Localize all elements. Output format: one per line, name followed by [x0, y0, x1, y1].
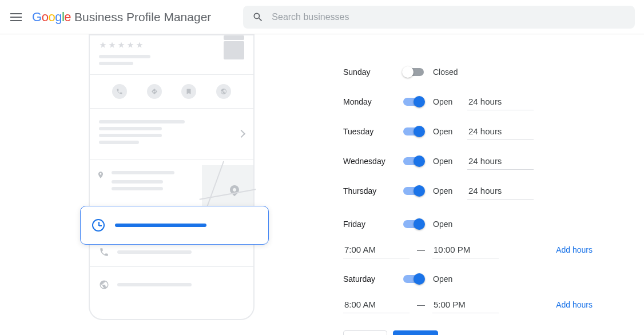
day-label: Monday	[343, 97, 403, 106]
day-row-sunday: Sunday Closed	[343, 57, 595, 87]
status-label: Open	[433, 157, 467, 166]
menu-icon[interactable]	[9, 10, 23, 24]
hours-highlight-card	[80, 206, 269, 245]
day-label: Friday	[343, 220, 403, 229]
day-label: Wednesday	[343, 157, 403, 166]
product-name: Business Profile Manager	[74, 10, 211, 24]
status-label: Open	[433, 97, 467, 106]
day-row-saturday: Saturday Open	[343, 264, 595, 294]
toggle-saturday[interactable]	[403, 275, 424, 283]
toggle-wednesday[interactable]	[403, 157, 424, 165]
illustration-column	[0, 34, 343, 335]
day-label: Sunday	[343, 67, 403, 77]
hours-value[interactable]: 24 hours	[467, 123, 534, 140]
search-icon	[252, 11, 264, 23]
time-range-friday: — Add hours	[343, 241, 595, 258]
add-hours-link[interactable]: Add hours	[556, 245, 595, 254]
day-label: Tuesday	[343, 127, 403, 136]
directions-icon	[147, 84, 162, 99]
action-icons-placeholder	[97, 81, 247, 102]
open-time-input[interactable]	[343, 296, 410, 313]
day-label: Saturday	[343, 274, 403, 284]
rating-stars-placeholder	[99, 41, 150, 49]
search-bar[interactable]	[243, 6, 635, 29]
clock-icon	[92, 219, 105, 232]
storefront-icon	[224, 41, 244, 59]
chevron-right-icon	[237, 130, 245, 138]
website-icon	[216, 84, 231, 99]
app-header: Google Business Profile Manager	[0, 0, 644, 34]
add-hours-link[interactable]: Add hours	[556, 300, 595, 309]
phone-mockup	[89, 34, 255, 320]
hours-value[interactable]: 24 hours	[467, 153, 534, 170]
globe-icon	[99, 280, 109, 290]
close-time-input[interactable]	[432, 296, 499, 313]
hours-value[interactable]: 24 hours	[467, 93, 534, 110]
toggle-friday[interactable]	[403, 220, 424, 228]
close-time-input[interactable]	[432, 241, 499, 258]
skip-button[interactable]: Skip	[343, 330, 387, 335]
search-input[interactable]	[272, 12, 626, 22]
next-button[interactable]: Next	[393, 330, 438, 335]
time-range-saturday: — Add hours	[343, 296, 595, 313]
map-thumbnail	[202, 165, 253, 211]
day-row-tuesday: Tuesday Open 24 hours	[343, 117, 595, 146]
status-label: Open	[433, 274, 467, 284]
location-pin-icon	[97, 171, 105, 179]
day-row-monday: Monday Open 24 hours	[343, 87, 595, 117]
logo[interactable]: Google Business Profile Manager	[32, 10, 211, 25]
form-actions: Skip Next	[343, 330, 595, 335]
toggle-tuesday[interactable]	[403, 127, 424, 135]
search-container	[243, 6, 635, 29]
day-row-wednesday: Wednesday Open 24 hours	[343, 146, 595, 176]
toggle-sunday[interactable]	[403, 68, 424, 76]
hours-form: Sunday Closed Monday Open 24 hours Tuesd…	[343, 34, 595, 335]
day-row-thursday: Thursday Open 24 hours	[343, 176, 595, 206]
open-time-input[interactable]	[343, 241, 410, 258]
status-label: Closed	[433, 67, 467, 77]
phone-icon	[99, 247, 109, 257]
status-label: Open	[433, 186, 467, 196]
toggle-thursday[interactable]	[403, 187, 424, 195]
day-row-friday: Friday Open	[343, 209, 595, 239]
save-icon	[181, 84, 196, 99]
status-label: Open	[433, 127, 467, 136]
status-label: Open	[433, 220, 467, 229]
toggle-monday[interactable]	[403, 98, 424, 106]
call-icon	[112, 84, 127, 99]
hours-value[interactable]: 24 hours	[467, 182, 534, 200]
day-label: Thursday	[343, 186, 403, 196]
